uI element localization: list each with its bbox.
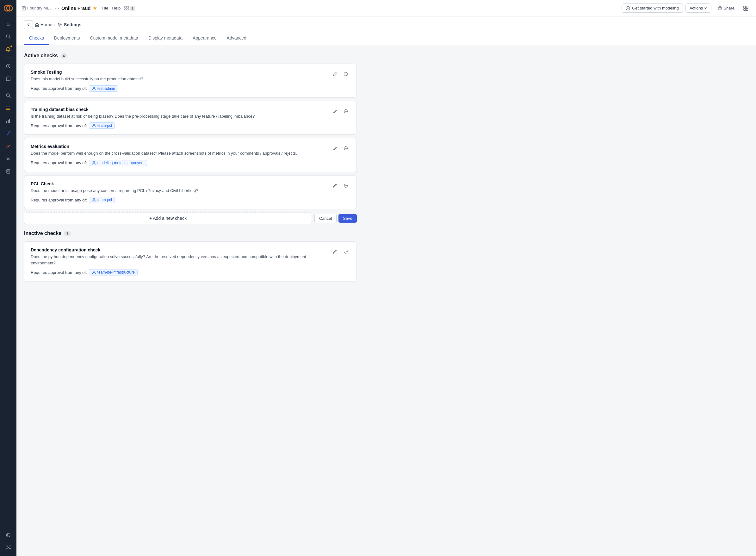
- data-nav-icon[interactable]: [3, 102, 14, 114]
- back-button[interactable]: [24, 20, 33, 29]
- smoke-testing-approval: Requires approval from any of: test-admi…: [31, 85, 143, 92]
- actions-button[interactable]: Actions: [685, 3, 712, 13]
- check-card-pcl-info: PCL Check Does the model or its usage po…: [31, 181, 198, 203]
- tab-advanced[interactable]: Advanced: [222, 33, 251, 45]
- save-button[interactable]: Save: [339, 214, 357, 223]
- svg-rect-16: [9, 119, 10, 123]
- svg-rect-31: [127, 8, 129, 10]
- cancel-button[interactable]: Cancel: [314, 214, 337, 223]
- dep-approver-name: team-be-infrastructure: [97, 270, 135, 275]
- smoke-approver-name: test-admin: [97, 86, 115, 91]
- grid-view-button[interactable]: [741, 4, 751, 13]
- metrics-approval: Requires approval from any of: modeling-…: [31, 160, 297, 166]
- notifications-nav-wrap: [3, 43, 14, 56]
- active-checks-header: Active checks 4: [24, 53, 357, 59]
- svg-rect-30: [125, 8, 126, 10]
- file-menu-item[interactable]: File: [102, 6, 108, 10]
- pcl-approval-label: Requires approval from any of:: [31, 198, 87, 202]
- smoke-approver-badge[interactable]: test-admin: [89, 85, 118, 92]
- smoke-testing-desc: Does this model build successfully on th…: [31, 76, 143, 82]
- history-nav-icon[interactable]: [3, 60, 14, 72]
- topbar-left: Foundry ML ... › › Online Fraud ★ File H…: [22, 5, 619, 11]
- pcl-edit-button[interactable]: [331, 181, 339, 190]
- svg-rect-38: [746, 6, 748, 8]
- get-started-button[interactable]: Get started with modeling: [622, 3, 683, 13]
- svg-rect-40: [746, 8, 748, 10]
- svg-rect-25: [22, 6, 25, 10]
- bias-disable-button[interactable]: [341, 107, 350, 116]
- check-card-dep-header: Dependency configuration check Does the …: [31, 247, 350, 275]
- smoke-card-actions: [331, 70, 350, 78]
- home-nav-icon[interactable]: ⌂: [3, 19, 14, 30]
- sidebar-divider-2: [3, 87, 13, 87]
- smoke-approval-label: Requires approval from any of:: [31, 86, 87, 91]
- tools-nav-icon[interactable]: [3, 128, 14, 139]
- topbar-right: Get started with modeling Actions Share: [622, 3, 751, 13]
- settings-breadcrumb: Settings: [58, 22, 81, 27]
- check-card-pcl-header: PCL Check Does the model or its usage po…: [31, 181, 350, 203]
- inactive-checks-header: Inactive checks 1: [24, 231, 357, 236]
- tab-checks[interactable]: Checks: [24, 33, 49, 45]
- metrics-edit-button[interactable]: [331, 144, 339, 153]
- svg-point-54: [93, 271, 95, 273]
- analytics-nav-icon[interactable]: [3, 140, 14, 152]
- metrics-disable-button[interactable]: [341, 144, 350, 153]
- svg-line-17: [7, 133, 9, 135]
- smoke-edit-button[interactable]: [331, 70, 339, 78]
- reports-nav-icon[interactable]: [3, 166, 14, 177]
- pcl-title: PCL Check: [31, 181, 198, 186]
- pcl-disable-button[interactable]: [341, 181, 350, 190]
- check-card-metrics-header: Metrics evaluation Does the model perfor…: [31, 144, 350, 166]
- home-label: Home: [40, 22, 52, 27]
- sidebar-bottom: [3, 529, 14, 553]
- instance-badge[interactable]: 1: [124, 6, 135, 11]
- bias-card-actions: [331, 107, 350, 116]
- dep-enable-button[interactable]: [341, 247, 350, 256]
- tab-appearance[interactable]: Appearance: [187, 33, 222, 45]
- forward-nav-icon[interactable]: [3, 153, 14, 165]
- tab-deployments[interactable]: Deployments: [49, 33, 85, 45]
- svg-rect-29: [127, 6, 129, 8]
- chart-nav-icon[interactable]: [3, 115, 14, 127]
- shuffle-nav-icon[interactable]: [3, 542, 14, 553]
- metrics-approver-badge[interactable]: modeling-metrics-approvers: [89, 160, 147, 166]
- smoke-testing-title: Smoke Testing: [31, 70, 143, 75]
- star-icon[interactable]: ★: [93, 5, 97, 11]
- home-breadcrumb[interactable]: Home: [35, 22, 52, 27]
- help-menu-item[interactable]: Help: [112, 6, 121, 10]
- inactive-checks-section: Inactive checks 1 Dependency configurati…: [24, 231, 357, 281]
- dep-approval-label: Requires approval from any of:: [31, 270, 87, 275]
- pcl-approval: Requires approval from any of: team-pcl: [31, 197, 198, 203]
- search-nav-icon[interactable]: [3, 31, 14, 42]
- main-content: Active checks 4 Smoke Testing Does this …: [16, 45, 365, 292]
- bias-desc: Is the training dataset at risk of being…: [31, 113, 254, 119]
- breadcrumb-sep: ›: [54, 22, 56, 27]
- tab-display-metadata[interactable]: Display metadata: [143, 33, 187, 45]
- tab-custom-model-metadata[interactable]: Custom model metadata: [85, 33, 143, 45]
- inactive-checks-title: Inactive checks: [24, 231, 61, 236]
- smoke-disable-button[interactable]: [341, 70, 350, 78]
- catalog-nav-icon[interactable]: [3, 90, 14, 101]
- add-check-button[interactable]: + Add a new check: [24, 212, 312, 224]
- app-logo[interactable]: [3, 3, 14, 14]
- globe-nav-icon[interactable]: [3, 529, 14, 541]
- bias-approval-label: Requires approval from any of:: [31, 123, 87, 128]
- dep-edit-button[interactable]: [331, 247, 339, 256]
- dep-approver-badge[interactable]: team-be-infrastructure: [89, 269, 138, 275]
- sidebar: ⌂: [0, 0, 16, 556]
- bias-edit-button[interactable]: [331, 107, 339, 116]
- files-nav-icon[interactable]: [3, 73, 14, 84]
- check-card-smoke-testing: Smoke Testing Does this model build succ…: [24, 64, 357, 98]
- instance-count: 1: [130, 6, 135, 11]
- pcl-approver-badge[interactable]: team-pcl: [89, 197, 115, 203]
- breadcrumb-nav: Home › Settings: [24, 20, 748, 29]
- check-card-smoke-header: Smoke Testing Does this model build succ…: [31, 70, 350, 92]
- add-check-label: + Add a new check: [149, 216, 186, 221]
- content-area: Home › Settings Checks Deployments Custo…: [16, 16, 756, 556]
- dep-approval: Requires approval from any of: team-be-i…: [31, 269, 331, 275]
- share-button[interactable]: Share: [714, 4, 738, 12]
- bias-approver-badge[interactable]: team-pcl: [89, 123, 115, 129]
- metrics-approval-label: Requires approval from any of:: [31, 160, 87, 165]
- svg-point-45: [93, 124, 95, 126]
- notifications-nav-icon[interactable]: [3, 44, 14, 55]
